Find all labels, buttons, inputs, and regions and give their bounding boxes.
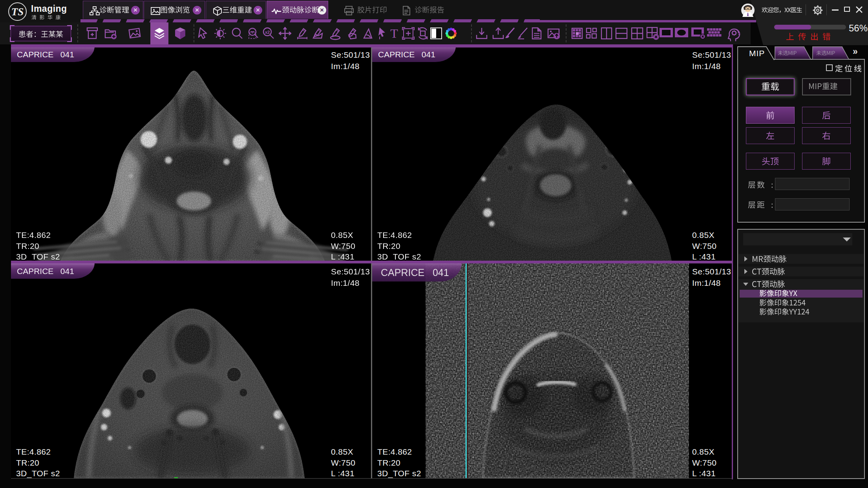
svg-text:x2: x2 xyxy=(265,30,270,35)
svg-text:T: T xyxy=(390,26,398,40)
